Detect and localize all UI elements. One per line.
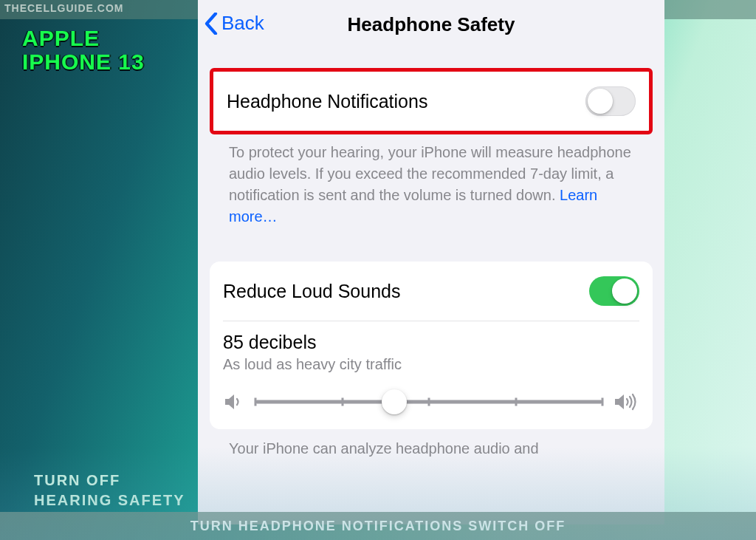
section-reduce-loud-sounds: Reduce Loud Sounds 85 decibels As loud a… [210,262,653,459]
tutorial-slide: THECELLGUIDE.COM APPLE IPHONE 13 Back He… [0,0,756,540]
reduce-loud-sounds-footer: Your iPhone can analyze headphone audio … [210,429,653,459]
volume-high-icon [613,392,639,412]
device-title-line1: APPLE [22,27,145,50]
section-headphone-notifications: Headphone Notifications To protect your … [210,68,653,228]
nav-bar: Back Headphone Safety [198,0,664,47]
reduce-loud-sounds-row: Reduce Loud Sounds [210,262,653,321]
slider-thumb[interactable] [382,389,407,414]
decibel-slider[interactable] [255,391,602,413]
decibel-value: 85 decibels [223,332,639,353]
site-brand: THECELLGUIDE.COM [4,2,123,14]
device-title-line2: IPHONE 13 [22,50,145,74]
slide-subtitle-line2: HEARING SAFETY [34,491,185,510]
reduce-loud-sounds-toggle[interactable] [589,276,639,306]
page-title: Headphone Safety [198,13,664,36]
headphone-notifications-label: Headphone Notifications [227,91,427,112]
caption-bar: TURN HEADPHONE NOTIFICATIONS SWITCH OFF [0,512,756,540]
caption-text: TURN HEADPHONE NOTIFICATIONS SWITCH OFF [190,519,566,534]
slider-tick [428,398,430,406]
headphone-notifications-toggle[interactable] [585,86,636,116]
decibel-description: As loud as heavy city traffic [223,356,639,373]
reduce-loud-sounds-label: Reduce Loud Sounds [223,281,400,302]
slide-subtitle: TURN OFF HEARING SAFETY [34,471,185,510]
ios-settings-panel: Back Headphone Safety Headphone Notifica… [198,0,664,524]
headphone-notifications-footer: To protect your hearing, your iPhone wil… [210,134,653,228]
highlighted-row-card: Headphone Notifications [210,68,653,134]
device-title: APPLE IPHONE 13 [22,27,145,73]
slider-tick [255,398,257,406]
slider-tick [515,398,517,406]
slider-tick [602,398,604,406]
reduce-loud-sounds-card: Reduce Loud Sounds 85 decibels As loud a… [210,262,653,429]
decibel-slider-row [210,377,653,429]
volume-low-icon [223,392,245,412]
headphone-notifications-row: Headphone Notifications [213,72,649,131]
slide-subtitle-line1: TURN OFF [34,471,185,491]
slider-tick [341,398,343,406]
toggle-knob [612,278,637,304]
decibel-row: 85 decibels As loud as heavy city traffi… [210,321,653,377]
toggle-knob [588,89,613,114]
